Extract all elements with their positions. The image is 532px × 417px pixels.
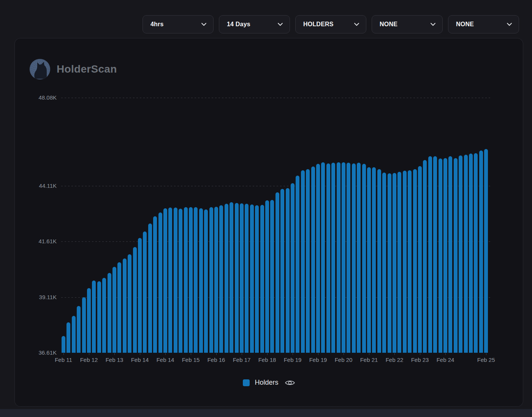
- holders-bar[interactable]: [204, 209, 208, 353]
- filter-label: 14 Days: [227, 21, 250, 28]
- holders-bar[interactable]: [372, 167, 376, 353]
- holders-bar[interactable]: [270, 200, 274, 353]
- holders-bar[interactable]: [316, 164, 320, 353]
- holders-bar[interactable]: [194, 207, 198, 353]
- holders-bar[interactable]: [280, 189, 284, 353]
- holders-bar[interactable]: [388, 173, 391, 353]
- holders-bar[interactable]: [189, 207, 193, 353]
- holders-bar[interactable]: [331, 163, 335, 353]
- holders-bar[interactable]: [123, 258, 127, 353]
- holders-bar[interactable]: [459, 155, 462, 353]
- holders-bar[interactable]: [464, 155, 468, 353]
- holders-bar[interactable]: [276, 192, 279, 353]
- holders-bar[interactable]: [250, 205, 254, 353]
- holders-bar[interactable]: [443, 158, 447, 353]
- holders-bar[interactable]: [301, 170, 305, 353]
- holders-bar[interactable]: [240, 203, 244, 353]
- holders-bar[interactable]: [362, 164, 366, 353]
- holders-bar[interactable]: [82, 297, 86, 353]
- holders-bar[interactable]: [138, 238, 142, 353]
- filter-label: 4hrs: [150, 21, 164, 28]
- filter-dropdown-5[interactable]: NONE: [448, 15, 519, 33]
- holders-bar[interactable]: [148, 224, 152, 353]
- holders-bar[interactable]: [225, 204, 228, 353]
- eye-icon[interactable]: [285, 379, 295, 386]
- holders-bar[interactable]: [214, 207, 218, 353]
- x-axis-tick: [242, 353, 242, 355]
- x-axis-label: Feb 13: [101, 356, 127, 364]
- holders-bar[interactable]: [342, 162, 345, 353]
- holders-bar[interactable]: [174, 208, 177, 353]
- holders-bar[interactable]: [112, 267, 116, 353]
- holders-bar[interactable]: [393, 173, 396, 353]
- filter-dropdown-1[interactable]: 4hrs: [142, 15, 214, 33]
- x-axis-label: Feb 21: [356, 356, 382, 364]
- holders-bar[interactable]: [403, 171, 407, 353]
- holders-bar[interactable]: [260, 205, 264, 353]
- holders-bar[interactable]: [230, 202, 233, 353]
- filter-dropdown-2[interactable]: 14 Days: [219, 15, 290, 33]
- holders-bar[interactable]: [337, 162, 340, 353]
- holders-bar[interactable]: [286, 188, 290, 353]
- holders-bar[interactable]: [347, 163, 350, 353]
- holders-bar[interactable]: [413, 169, 417, 353]
- holders-bar[interactable]: [219, 205, 223, 353]
- holders-bar[interactable]: [128, 254, 131, 353]
- holders-bar[interactable]: [428, 156, 432, 353]
- holders-bar[interactable]: [255, 205, 259, 353]
- holders-bar[interactable]: [408, 170, 412, 353]
- holders-bar[interactable]: [133, 247, 137, 353]
- holders-bar[interactable]: [291, 183, 294, 353]
- holders-bar[interactable]: [97, 281, 101, 353]
- x-axis-tick: [89, 353, 89, 355]
- holders-bar[interactable]: [163, 208, 167, 353]
- holders-bar[interactable]: [311, 166, 315, 353]
- holders-bar[interactable]: [168, 208, 172, 353]
- holders-bar[interactable]: [439, 159, 442, 353]
- chart-card: HolderScan 36.61K39.11K41.61K44.11K48.08…: [14, 38, 523, 407]
- filter-dropdown-4[interactable]: NONE: [372, 15, 443, 33]
- x-axis-label: Feb 19: [305, 356, 331, 364]
- holders-bar[interactable]: [418, 166, 422, 353]
- holders-bar[interactable]: [296, 176, 299, 353]
- holders-bar[interactable]: [367, 167, 371, 353]
- holders-bar[interactable]: [117, 262, 121, 353]
- holders-bar[interactable]: [66, 322, 70, 353]
- holders-bar[interactable]: [484, 149, 488, 353]
- holders-bar[interactable]: [143, 231, 147, 353]
- holders-bar[interactable]: [377, 169, 381, 353]
- holders-bar[interactable]: [199, 208, 203, 353]
- holders-bar[interactable]: [87, 288, 91, 353]
- holders-bar[interactable]: [235, 203, 239, 353]
- holders-bar[interactable]: [326, 163, 330, 353]
- holders-bar[interactable]: [265, 200, 269, 353]
- holders-bar[interactable]: [179, 209, 182, 353]
- holders-bar[interactable]: [108, 273, 111, 353]
- holders-bar[interactable]: [423, 160, 427, 353]
- legend-swatch[interactable]: [243, 379, 250, 386]
- holders-bar[interactable]: [448, 156, 452, 353]
- holders-bar[interactable]: [306, 169, 310, 353]
- holders-bar[interactable]: [153, 216, 157, 353]
- holders-bar[interactable]: [433, 156, 437, 353]
- holders-bar[interactable]: [209, 207, 213, 353]
- holders-bar[interactable]: [382, 173, 386, 353]
- holders-bar[interactable]: [479, 151, 483, 353]
- filter-dropdown-3[interactable]: HOLDERS: [295, 15, 366, 33]
- holders-bar[interactable]: [72, 316, 76, 353]
- holders-bar[interactable]: [77, 306, 81, 353]
- holders-bar[interactable]: [357, 163, 361, 353]
- holders-bar[interactable]: [469, 154, 473, 353]
- holders-bar[interactable]: [397, 172, 401, 353]
- holders-bar[interactable]: [184, 207, 188, 353]
- holders-bar[interactable]: [62, 336, 65, 353]
- x-axis-tick: [140, 353, 140, 355]
- holders-bar[interactable]: [158, 212, 162, 353]
- holders-bar[interactable]: [245, 204, 249, 353]
- holders-bar[interactable]: [321, 162, 325, 353]
- holders-bar[interactable]: [474, 153, 478, 353]
- holders-bar[interactable]: [102, 278, 106, 353]
- holders-bar[interactable]: [352, 163, 356, 353]
- holders-bar[interactable]: [454, 158, 458, 353]
- holders-bar[interactable]: [92, 281, 96, 353]
